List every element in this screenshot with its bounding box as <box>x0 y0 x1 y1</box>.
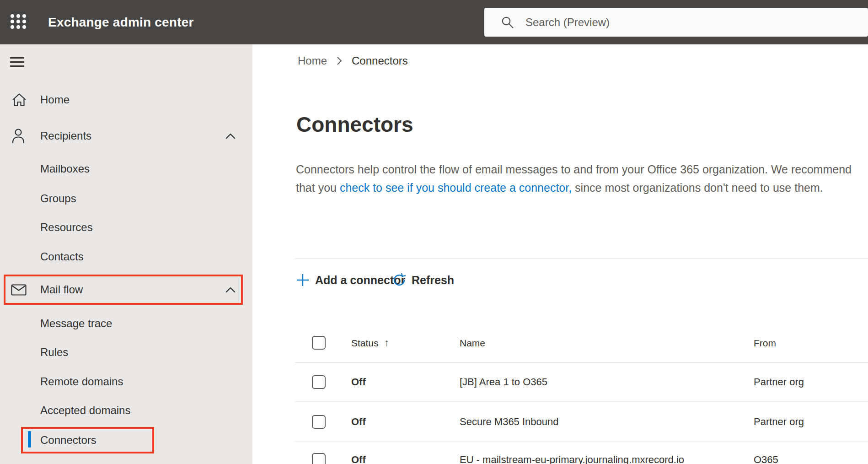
page-title: Connectors <box>296 112 413 137</box>
sidebar-item-recipients[interactable]: Recipients <box>0 121 252 151</box>
row-status: Off <box>351 416 366 428</box>
table-header-divider <box>295 362 868 363</box>
row-from: Partner org <box>754 416 804 428</box>
sidebar-item-label: Resources <box>40 221 93 234</box>
app-launcher-waffle-icon[interactable] <box>10 13 27 30</box>
sidebar-item-rules[interactable]: Rules <box>0 338 252 367</box>
row-checkbox[interactable] <box>312 453 326 464</box>
sidebar-item-home[interactable]: Home <box>0 85 252 114</box>
row-name[interactable]: [JB] Area 1 to O365 <box>460 376 547 388</box>
sidebar-item-label: Home <box>40 93 70 106</box>
sidebar-item-label: Message trace <box>40 317 112 330</box>
breadcrumb-home-link[interactable]: Home <box>298 54 327 67</box>
sidebar-item-mail-flow[interactable]: Mail flow <box>0 275 252 304</box>
create-connector-check-link[interactable]: check to see if you should create a conn… <box>340 181 572 194</box>
column-header-from[interactable]: From <box>754 338 776 349</box>
sidebar-item-resources[interactable]: Resources <box>0 213 252 242</box>
sort-ascending-icon[interactable]: ↑ <box>384 337 389 349</box>
add-connector-label: Add a connector <box>315 274 405 287</box>
toolbar-top-divider <box>295 259 868 259</box>
column-header-name[interactable]: Name <box>460 338 485 349</box>
row-checkbox[interactable] <box>312 415 326 429</box>
sidebar-item-label: Contacts <box>40 250 84 263</box>
sidebar-item-label: Accepted domains <box>40 404 130 417</box>
sidebar-item-label: Mail flow <box>40 283 83 296</box>
row-from: O365 <box>754 454 778 464</box>
search-icon <box>501 16 514 29</box>
description-text: since most organizations don't need to u… <box>572 181 823 194</box>
row-divider <box>295 441 868 442</box>
add-connector-button[interactable]: Add a connector <box>296 272 405 288</box>
row-status: Off <box>351 376 366 388</box>
row-divider <box>295 401 868 402</box>
refresh-label: Refresh <box>412 274 454 287</box>
selected-indicator <box>28 431 31 448</box>
chevron-up-icon[interactable] <box>225 132 236 140</box>
chevron-up-icon[interactable] <box>225 286 236 293</box>
sidebar-item-connectors[interactable]: Connectors <box>0 426 252 455</box>
sidebar-item-label: Connectors <box>40 434 96 447</box>
top-app-bar: Exchange admin center Search (Preview) <box>0 0 868 44</box>
sidebar-item-remote-domains[interactable]: Remote domains <box>0 367 252 396</box>
sidebar-item-accepted-domains[interactable]: Accepted domains <box>0 396 252 425</box>
search-placeholder: Search (Preview) <box>525 16 610 29</box>
row-checkbox[interactable] <box>312 375 326 389</box>
sidebar-item-message-trace[interactable]: Message trace <box>0 309 252 338</box>
plus-icon <box>296 273 310 287</box>
sidebar-item-label: Remote domains <box>40 375 123 388</box>
row-from: Partner org <box>754 376 804 388</box>
chevron-right-icon <box>337 56 342 65</box>
sidebar-item-label: Groups <box>40 192 76 205</box>
person-icon <box>11 127 27 145</box>
row-status: Off <box>351 454 366 464</box>
sidebar-item-label: Mailboxes <box>40 162 90 175</box>
sidebar-item-groups[interactable]: Groups <box>0 184 252 213</box>
select-all-checkbox[interactable] <box>312 336 326 350</box>
refresh-icon <box>392 273 406 287</box>
sidebar-item-mailboxes[interactable]: Mailboxes <box>0 154 252 183</box>
column-header-status[interactable]: Status <box>351 338 379 349</box>
left-navigation: Home Recipients Mailboxes Groups Resourc… <box>0 44 252 464</box>
row-name[interactable]: EU - mailstream-eu-primary.journaling.mx… <box>460 454 684 464</box>
search-input[interactable]: Search (Preview) <box>484 8 868 37</box>
sidebar-item-label: Rules <box>40 346 68 359</box>
sidebar-item-contacts[interactable]: Contacts <box>0 242 252 271</box>
hamburger-menu-icon[interactable] <box>10 57 24 67</box>
page-description: Connectors help control the flow of emai… <box>296 161 853 197</box>
home-icon <box>11 91 27 109</box>
mail-icon <box>11 281 27 299</box>
main-content: Home Connectors Connectors Connectors he… <box>252 44 868 464</box>
breadcrumb: Home Connectors <box>298 54 408 68</box>
refresh-button[interactable]: Refresh <box>392 272 454 288</box>
sidebar-item-label: Recipients <box>40 129 91 142</box>
breadcrumb-current: Connectors <box>352 54 408 67</box>
app-title: Exchange admin center <box>48 0 194 44</box>
row-name[interactable]: Secure M365 Inbound <box>460 416 559 428</box>
